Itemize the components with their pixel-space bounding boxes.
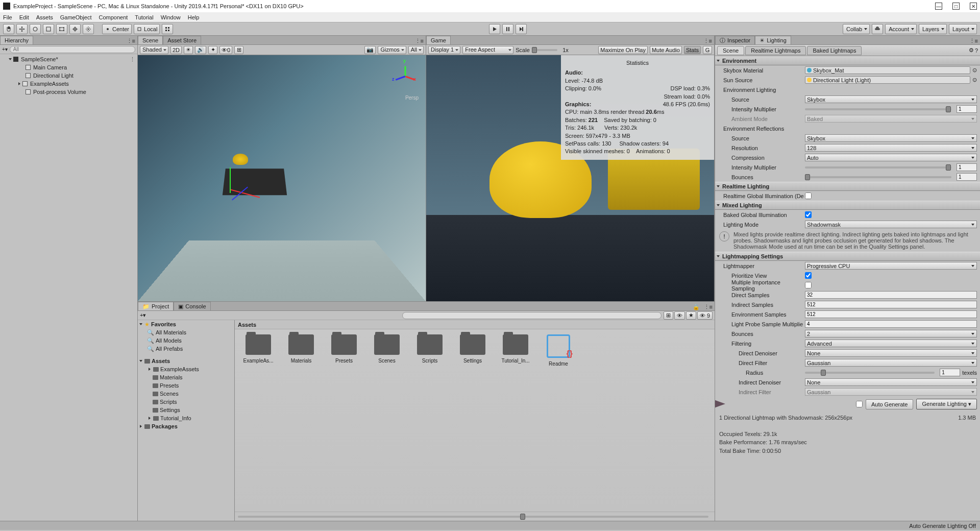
create-asset[interactable]: +▾ [140,312,146,319]
mis-checkbox[interactable] [805,282,812,288]
filtering-dropdown[interactable]: Advanced [805,340,977,347]
fav-item[interactable]: 🔍All Prefabs [138,345,234,353]
game-tab[interactable]: Game [426,36,451,44]
bounces-value[interactable] [957,173,977,181]
game-canvas[interactable]: Statistics Audio: Level: -74.8 dB Clippi… [426,55,714,301]
pause-button[interactable] [502,24,513,34]
settings-icon[interactable]: ⚙ [969,47,974,54]
account-dropdown[interactable]: Account [885,24,917,34]
layers-dropdown[interactable]: Layers [919,24,947,34]
i-filter-dropdown[interactable]: Gaussian [805,388,977,396]
2d-toggle[interactable]: 2D [170,46,182,54]
maximize-button[interactable]: □ [952,3,960,10]
resolution-dropdown[interactable]: 128 [805,144,977,152]
packages-header[interactable]: Packages [138,422,234,430]
bounces-dropdown[interactable]: 2 [805,330,977,337]
menu-gameobject[interactable]: GameObject [60,14,92,20]
realtime-lightmaps-tab[interactable]: Realtime Lightmaps [745,46,806,55]
stats-toggle[interactable]: Stats [684,46,701,54]
prioritize-checkbox[interactable] [805,272,812,279]
refl-source-dropdown[interactable]: Skybox [805,134,977,142]
star-icon[interactable]: ★ [686,311,696,320]
create-dropdown[interactable]: +▾ [2,46,8,52]
folder-item[interactable]: ExampleAssets [138,365,234,373]
lightmapper-dropdown[interactable]: Progressive CPU [805,262,977,270]
hidden-count[interactable]: 👁9 [697,311,713,320]
console-tab[interactable]: ▣ Console [174,302,210,310]
i-denoiser-dropdown[interactable]: None [805,378,977,386]
hierarchy-tab[interactable]: Hierarchy [0,36,33,44]
transform-tool[interactable] [69,24,81,34]
fav-item[interactable]: 🔍All Models [138,336,234,345]
display-dropdown[interactable]: Display 1 [428,46,460,54]
rect-tool[interactable] [56,24,67,34]
inspector-tab[interactable]: ⓘ Inspector [715,36,755,44]
hidden-icon[interactable]: 👁0 [219,46,232,54]
menu-window[interactable]: Window [161,14,181,20]
asset-readme[interactable]: Readme [542,334,575,367]
hierarchy-item[interactable]: Post-process Volume [0,88,137,96]
refl-intensity-value[interactable] [957,163,977,171]
menu-help[interactable]: Help [188,14,200,20]
collab-dropdown[interactable]: Collab [843,24,870,34]
icon-size-slider[interactable] [238,516,708,518]
lp-mult-field[interactable] [805,320,977,328]
cloud-button[interactable] [872,24,883,34]
audio-icon[interactable]: 🔊 [195,46,206,54]
intensity-value[interactable] [957,105,977,113]
asset-folder[interactable]: Scenes [371,334,403,364]
auto-generate-checkbox[interactable] [856,401,863,407]
folder-item[interactable]: Tutorial_Info [138,414,234,422]
folder-item[interactable]: Scripts [138,398,234,406]
folder-item[interactable]: Presets [138,381,234,390]
step-button[interactable] [516,24,527,34]
search-all[interactable]: All [408,46,424,54]
close-button[interactable]: ✕ [970,3,977,10]
scene-canvas[interactable]: y x z Persp [138,55,426,301]
layout-dropdown[interactable]: Layout [949,24,977,34]
hierarchy-search[interactable] [10,46,135,53]
asset-folder[interactable]: Presets [328,334,360,364]
custom-tool[interactable] [83,24,94,34]
favorites-header[interactable]: ★Favorites [138,320,234,328]
generate-lighting-button[interactable]: Generate Lighting ▾ [916,399,977,409]
scene-tab[interactable]: Scene [138,36,163,44]
lightmapping-header[interactable]: Lightmapping Settings [715,252,980,261]
menu-assets[interactable]: Assets [36,14,53,20]
direct-samples-field[interactable] [805,291,977,299]
asset-folder[interactable]: Settings [456,334,489,364]
rotate-tool[interactable] [30,24,41,34]
baked-lightmaps-tab[interactable]: Baked Lightmaps [807,46,862,55]
menu-component[interactable]: Component [99,14,128,20]
gizmos-dropdown[interactable]: Gizmos [378,46,406,54]
lighting-icon[interactable]: ☀ [184,46,193,54]
intensity-slider[interactable] [805,108,951,110]
compression-dropdown[interactable]: Auto [805,154,977,161]
scene-item[interactable]: SampleScene*⋮ [0,55,137,63]
mute-toggle[interactable]: Mute Audio [650,46,682,54]
menu-file[interactable]: File [3,14,12,20]
folder-item[interactable]: Scenes [138,390,234,398]
minimize-button[interactable]: — [935,3,942,10]
scene-gizmo[interactable]: y x z [390,60,421,91]
grid-icon[interactable]: ⊞ [234,46,243,54]
folder-item[interactable]: Materials [138,373,234,381]
refl-intensity-slider[interactable] [805,166,951,168]
scale-slider[interactable] [532,49,557,51]
eye-icon[interactable]: 👁 [674,311,685,320]
hierarchy-item[interactable]: ExampleAssets [0,80,137,88]
asset-store-tab[interactable]: Asset Store [163,36,201,44]
snap-toggle[interactable] [162,24,173,34]
mixed-lighting-header[interactable]: Mixed Lighting [715,201,980,210]
lighting-scene-tab[interactable]: Scene [717,46,744,55]
asset-folder[interactable]: ExampleAs... [242,334,275,364]
fx-icon[interactable]: ✦ [208,46,217,54]
menu-tutorial[interactable]: Tutorial [135,14,153,20]
bounces-slider[interactable] [805,176,951,178]
env-samples-field[interactable] [805,310,977,318]
fav-item[interactable]: 🔍All Materials [138,328,234,336]
gizmos-toggle[interactable]: G [703,46,712,54]
folder-item[interactable]: Settings [138,406,234,414]
aspect-dropdown[interactable]: Free Aspect [462,46,513,54]
menu-edit[interactable]: Edit [19,14,29,20]
